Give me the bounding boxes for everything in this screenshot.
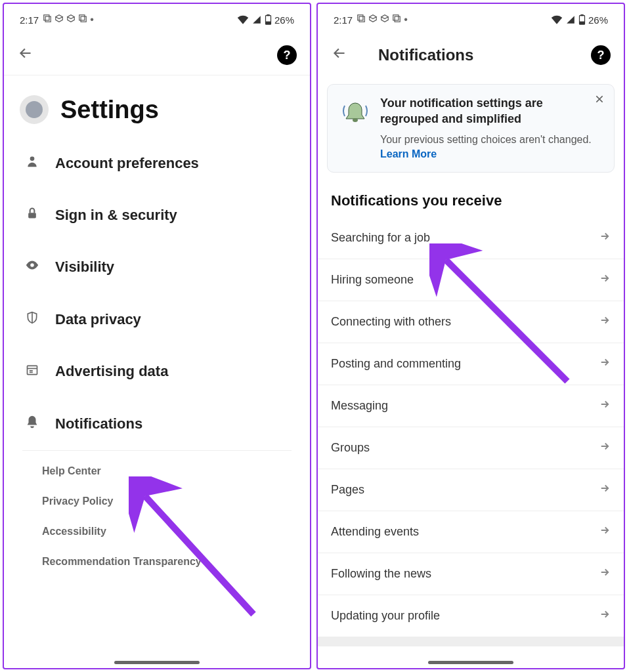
right-screen: 2:17 • 26% Notifications ? (316, 3, 625, 669)
notif-item-label: Pages (331, 483, 364, 497)
chevron-right-icon (599, 356, 611, 371)
info-banner-subtitle: Your previous setting choices aren't cha… (380, 133, 602, 162)
notif-item-updating-your-profile[interactable]: Updating your profile (318, 595, 624, 637)
svg-rect-3 (81, 16, 86, 22)
status-time: 2:17 (334, 14, 353, 26)
section-title: Notifications you receive (318, 182, 624, 217)
svg-rect-0 (44, 15, 49, 20)
settings-item-sign-in-security[interactable]: Sign in & security (4, 189, 310, 241)
notif-item-label: Connecting with others (331, 315, 451, 329)
svg-rect-1 (45, 16, 51, 22)
info-banner-title: Your notification settings are regrouped… (380, 95, 602, 127)
footer-link-accessibility[interactable]: Accessibility (42, 516, 272, 547)
app-header: ? (4, 35, 310, 75)
profile-avatar[interactable] (20, 95, 49, 124)
eye-icon (24, 258, 41, 276)
notif-item-label: Updating your profile (331, 609, 440, 623)
chevron-right-icon (599, 482, 611, 497)
notif-item-posting-and-commenting[interactable]: Posting and commenting (318, 343, 624, 385)
battery-icon (265, 14, 272, 25)
chevron-right-icon (599, 272, 611, 287)
svg-rect-5 (267, 14, 269, 16)
notif-item-hiring-someone[interactable]: Hiring someone (318, 259, 624, 301)
section-divider (318, 637, 624, 646)
settings-item-advertising-data[interactable]: Advertising data (4, 346, 310, 397)
notif-item-label: Posting and commenting (331, 357, 461, 371)
notif-item-label: Attending events (331, 525, 419, 539)
svg-point-22 (353, 118, 358, 122)
settings-item-notifications[interactable]: Notifications (4, 397, 310, 450)
svg-rect-20 (581, 14, 583, 16)
status-bar: 2:17 • 26% (318, 4, 624, 35)
page-title: Settings (60, 96, 159, 124)
chevron-right-icon (599, 566, 611, 581)
notif-item-label: Searching for a job (331, 231, 430, 245)
svg-rect-21 (580, 22, 584, 24)
app-header: Notifications ? (318, 35, 624, 75)
settings-item-label: Sign in & security (55, 207, 177, 224)
svg-rect-18 (395, 16, 400, 22)
home-indicator (428, 661, 513, 664)
home-indicator (114, 661, 200, 664)
notif-item-searching-for-a-job[interactable]: Searching for a job (318, 217, 624, 259)
svg-rect-16 (359, 16, 364, 22)
chevron-right-icon (599, 314, 611, 329)
notif-item-label: Following the news (331, 567, 431, 581)
settings-item-visibility[interactable]: Visibility (4, 241, 310, 293)
notif-item-label: Groups (331, 441, 370, 455)
close-button[interactable] (594, 94, 605, 108)
settings-item-label: Notifications (55, 415, 142, 432)
notif-item-following-the-news[interactable]: Following the news (318, 553, 624, 595)
notif-item-groups[interactable]: Groups (318, 427, 624, 469)
settings-heading-row: Settings (4, 75, 310, 137)
chevron-right-icon (599, 230, 611, 245)
svg-point-9 (30, 263, 34, 267)
svg-rect-6 (266, 22, 270, 24)
learn-more-link[interactable]: Learn More (380, 148, 437, 159)
help-button[interactable]: ? (591, 45, 611, 65)
notif-item-pages[interactable]: Pages (318, 469, 624, 511)
notif-item-attending-events[interactable]: Attending events (318, 511, 624, 553)
chevron-right-icon (599, 608, 611, 623)
chevron-right-icon (599, 440, 611, 455)
settings-item-label: Data privacy (55, 311, 141, 328)
wifi-icon (237, 15, 249, 24)
bell-icon (24, 414, 41, 433)
info-banner: Your notification settings are regrouped… (327, 84, 615, 173)
person-icon (24, 154, 41, 172)
svg-rect-17 (393, 15, 399, 20)
battery-percent: 26% (274, 14, 294, 26)
footer-link-privacy-policy[interactable]: Privacy Policy (42, 486, 272, 516)
notif-item-label: Messaging (331, 399, 388, 413)
help-button[interactable]: ? (277, 45, 297, 65)
wifi-icon (551, 15, 563, 24)
newspaper-icon (24, 364, 41, 380)
notif-item-label: Hiring someone (331, 273, 414, 287)
back-button[interactable] (331, 45, 348, 66)
notif-item-connecting-with-others[interactable]: Connecting with others (318, 301, 624, 343)
settings-item-label: Account preferences (55, 155, 199, 172)
battery-icon (578, 14, 586, 25)
shield-icon (24, 310, 41, 329)
settings-item-account-preferences[interactable]: Account preferences (4, 137, 310, 189)
svg-rect-2 (79, 15, 85, 20)
signal-icon (251, 15, 262, 24)
status-bar: 2:17 • 26% (4, 4, 310, 35)
footer-link-help-center[interactable]: Help Center (42, 456, 272, 486)
status-time: 2:17 (20, 14, 39, 26)
settings-item-label: Visibility (55, 259, 114, 276)
notif-item-messaging[interactable]: Messaging (318, 385, 624, 427)
battery-percent: 26% (588, 14, 608, 26)
svg-rect-8 (28, 213, 36, 218)
status-notification-icons: • (43, 14, 94, 26)
footer-link-recommendation-transparency[interactable]: Recommendation Transparency (42, 547, 272, 577)
lock-icon (24, 206, 41, 224)
signal-icon (565, 15, 576, 24)
page-title: Notifications (378, 46, 473, 64)
svg-point-7 (30, 157, 35, 161)
settings-item-data-privacy[interactable]: Data privacy (4, 293, 310, 346)
status-notification-icons: • (357, 14, 408, 26)
back-button[interactable] (17, 45, 34, 66)
svg-rect-15 (358, 15, 363, 20)
bell-illustration-icon (339, 98, 371, 161)
